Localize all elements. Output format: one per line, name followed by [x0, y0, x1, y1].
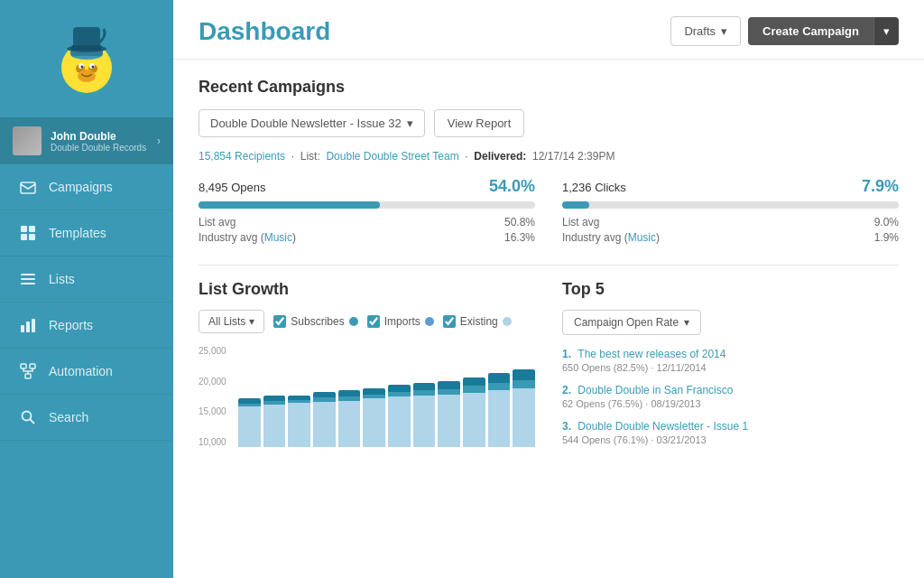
- bar-subscribes: [338, 390, 361, 396]
- chevron-down-icon: ▾: [407, 117, 413, 130]
- list-name-link[interactable]: Double Double Street Team: [326, 150, 458, 163]
- bar-subscribes: [513, 369, 535, 380]
- create-campaign-button[interactable]: Create Campaign: [748, 17, 873, 45]
- clicks-label: 1,236 Clicks: [562, 181, 626, 194]
- sidebar-item-reports[interactable]: Reports: [0, 303, 173, 349]
- view-report-button[interactable]: View Report: [434, 109, 525, 137]
- chevron-down-icon: ▾: [249, 315, 254, 328]
- clicks-pct: 7.9%: [862, 177, 899, 196]
- svg-rect-15: [29, 226, 35, 232]
- main-content: Recent Campaigns Double Double Newslette…: [173, 60, 924, 578]
- y-axis: 25,000 20,000 15,000 10,000: [199, 346, 235, 447]
- svg-rect-24: [21, 364, 26, 368]
- recent-campaigns-title: Recent Campaigns: [199, 78, 899, 97]
- chevron-down-icon: ▾: [721, 24, 727, 38]
- clicks-industry-link[interactable]: Music: [628, 231, 656, 244]
- top5-section: Top 5 Campaign Open Rate ▾ 1. The best n…: [562, 280, 899, 463]
- existing-checkbox[interactable]: [443, 315, 456, 328]
- sidebar-item-campaigns[interactable]: Campaigns: [0, 164, 173, 210]
- all-lists-dropdown[interactable]: All Lists ▾: [199, 310, 264, 333]
- campaign-open-rate-dropdown[interactable]: Campaign Open Rate ▾: [562, 310, 701, 335]
- sidebar-item-lists[interactable]: Lists: [0, 256, 173, 303]
- top5-list: 1. The best new releases of 2014 650 Ope…: [562, 348, 899, 445]
- sidebar-item-label: Templates: [49, 226, 106, 240]
- campaign-selector: Double Double Newsletter - Issue 32 ▾ Vi…: [199, 109, 899, 137]
- bar-group-7: [413, 346, 436, 447]
- top5-item-1: 2. Double Double in San Francisco 62 Ope…: [562, 384, 899, 409]
- svg-rect-19: [21, 278, 35, 280]
- clicks-stat: 1,236 Clicks 7.9% List avg 9.0% Industry…: [562, 177, 899, 247]
- bar-subscribes: [463, 378, 485, 387]
- y-label-10000: 10,000: [199, 437, 235, 447]
- campaign-dropdown-button[interactable]: Double Double Newsletter - Issue 32 ▾: [199, 109, 425, 137]
- sidebar-item-search[interactable]: Search: [0, 395, 173, 441]
- create-campaign-arrow-button[interactable]: ▾: [873, 17, 899, 45]
- svg-rect-12: [71, 45, 102, 51]
- sidebar-item-automation[interactable]: Automation: [0, 349, 173, 395]
- clicks-progress-bar: [562, 201, 899, 209]
- subscribes-checkbox[interactable]: [273, 315, 286, 328]
- svg-rect-25: [30, 364, 35, 368]
- recent-campaigns-section: Recent Campaigns Double Double Newslette…: [199, 78, 899, 247]
- user-subtitle: Double Double Records: [51, 143, 148, 153]
- top5-item-link[interactable]: Double Double Newsletter - Issue 1: [578, 420, 748, 433]
- imports-dot: [425, 317, 434, 326]
- avatar: [13, 126, 42, 155]
- imports-checkbox-label[interactable]: Imports: [367, 315, 434, 328]
- svg-rect-22: [26, 322, 30, 332]
- top5-item-meta: 544 Opens (76.1%) · 03/21/2013: [562, 434, 899, 445]
- bar-group-11: [513, 346, 535, 447]
- bar-imports: [513, 380, 535, 388]
- bar-subscribes: [388, 385, 411, 392]
- user-name: John Double: [51, 130, 148, 143]
- top5-item-title: 3. Double Double Newsletter - Issue 1: [562, 420, 899, 433]
- bar-subscribes: [488, 373, 511, 383]
- grid-icon: [18, 223, 38, 243]
- top5-item-link[interactable]: Double Double in San Francisco: [578, 384, 733, 396]
- bar-subscribes: [363, 388, 385, 395]
- existing-checkbox-label[interactable]: Existing: [443, 315, 512, 328]
- bar-existing: [438, 395, 460, 447]
- opens-label: 8,495 Opens: [199, 181, 265, 194]
- sidebar-item-templates[interactable]: Templates: [0, 210, 173, 256]
- create-campaign-group: Create Campaign ▾: [748, 17, 899, 45]
- mailchimp-logo-icon: [46, 18, 127, 99]
- bar-imports: [463, 386, 485, 392]
- svg-rect-13: [21, 182, 35, 193]
- clicks-industry-avg: Industry avg (Music) 1.9%: [562, 231, 899, 244]
- opens-stat: 8,495 Opens 54.0% List avg 50.8% Industr…: [199, 177, 535, 247]
- top5-item-meta: 650 Opens (82.5%) · 12/11/2014: [562, 362, 899, 373]
- drafts-button[interactable]: Drafts ▾: [670, 16, 741, 46]
- subscribes-checkbox-label[interactable]: Subscribes: [273, 315, 357, 328]
- bar-group-3: [313, 346, 336, 447]
- bar-existing: [488, 390, 511, 447]
- bar-existing: [363, 398, 385, 447]
- svg-rect-14: [21, 226, 27, 232]
- top5-item-link[interactable]: The best new releases of 2014: [578, 348, 725, 360]
- svg-point-27: [23, 412, 32, 421]
- list-icon: [18, 269, 38, 289]
- svg-rect-16: [21, 234, 27, 240]
- opens-pct: 54.0%: [489, 177, 535, 196]
- opens-industry-avg: Industry avg (Music) 16.3%: [199, 231, 535, 244]
- filter-row: All Lists ▾ Subscribes Imports: [199, 310, 535, 333]
- list-growth-section: List Growth All Lists ▾ Subscribes Impor…: [199, 280, 535, 463]
- top5-item-title: 2. Double Double in San Francisco: [562, 384, 899, 396]
- imports-checkbox[interactable]: [367, 315, 380, 328]
- main-header: Dashboard Drafts ▾ Create Campaign ▾: [173, 0, 924, 60]
- top5-item-title: 1. The best new releases of 2014: [562, 348, 899, 360]
- bar-existing: [463, 393, 485, 447]
- bar-group-9: [463, 346, 485, 447]
- sidebar-item-label: Lists: [49, 272, 75, 286]
- campaign-meta: 15,854 Recipients · List: Double Double …: [199, 150, 899, 163]
- user-chevron-icon: ›: [157, 135, 161, 147]
- svg-point-8: [81, 66, 84, 69]
- bar-existing: [288, 403, 310, 447]
- svg-rect-17: [29, 234, 35, 240]
- bar-existing: [413, 396, 436, 447]
- bar-existing: [263, 405, 286, 447]
- opens-industry-link[interactable]: Music: [264, 231, 292, 244]
- bar-group-0: [238, 346, 261, 447]
- recipients-link[interactable]: 15,854 Recipients: [199, 150, 285, 163]
- sidebar-user[interactable]: John Double Double Double Records ›: [0, 117, 173, 164]
